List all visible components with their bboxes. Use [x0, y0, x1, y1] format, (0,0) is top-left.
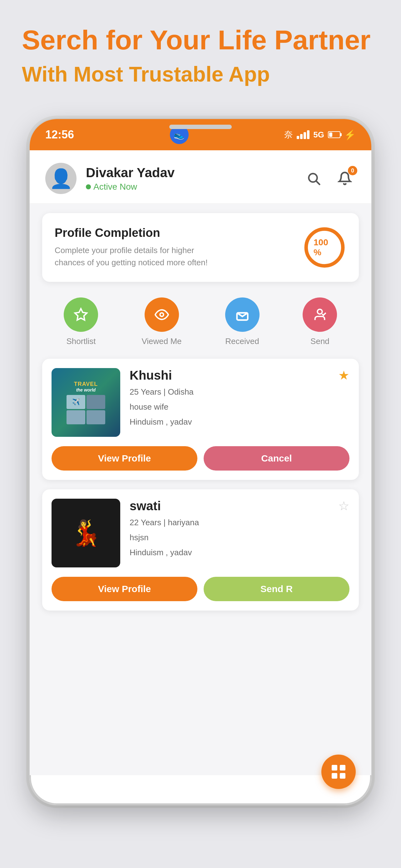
star-khushi[interactable]: ★	[338, 368, 349, 382]
avatar-icon: 👤	[49, 167, 73, 190]
cancel-btn-khushi[interactable]: Cancel	[204, 446, 349, 470]
completion-card-inner: Profile Completion Complete your profile…	[55, 226, 346, 269]
notification-badge: 0	[348, 166, 357, 175]
progress-circle: 100 %	[303, 226, 346, 269]
profile-religion-caste-khushi: Hinduism , yadav	[130, 415, 349, 429]
svg-marker-4	[75, 309, 87, 320]
waffle-grid	[327, 760, 350, 784]
received-label: Received	[225, 337, 259, 346]
completion-text: Profile Completion Complete your profile…	[55, 226, 211, 269]
svg-line-1	[316, 181, 320, 185]
profile-card-inner-khushi: TRAVEL the world ✈️	[52, 368, 349, 437]
waffle-dot	[332, 773, 337, 779]
profile-card-khushi: TRAVEL the world ✈️	[42, 359, 359, 480]
floating-waffle-btn[interactable]	[321, 754, 356, 789]
status-text: Active Now	[93, 182, 137, 192]
profile-occupation-khushi: house wife	[130, 401, 349, 414]
profile-thumb-swati: 💃	[52, 499, 120, 567]
quick-actions: Shortlist Viewed Me	[30, 291, 371, 359]
action-viewed-me[interactable]: Viewed Me	[141, 298, 181, 346]
app-header: 👤 Divakar Yadav Active Now	[30, 150, 371, 204]
profile-actions-swati: View Profile Send R	[52, 577, 349, 601]
network-type: 5G	[313, 130, 324, 140]
profile-age-location-swati: 22 Years | hariyana	[130, 516, 349, 529]
phone-mockup: 12:56 👟 奈 5G ⚡	[29, 118, 372, 806]
profile-details-khushi: Khushi ★ 25 Years | Odisha house wife Hi…	[130, 368, 349, 437]
profile-completion-card: Profile Completion Complete your profile…	[42, 213, 359, 282]
view-profile-btn-khushi[interactable]: View Profile	[52, 446, 197, 470]
view-profile-btn-swati[interactable]: View Profile	[52, 577, 197, 601]
action-send[interactable]: Send	[303, 298, 337, 346]
svg-point-7	[318, 309, 322, 314]
status-bar: 12:56 👟 奈 5G ⚡	[30, 119, 371, 150]
profile-name-khushi: Khushi	[130, 368, 172, 382]
phone-wrapper: 12:56 👟 奈 5G ⚡	[0, 99, 401, 824]
profile-occupation-swati: hsjsn	[130, 531, 349, 544]
search-button[interactable]	[303, 167, 325, 189]
signal-bars	[297, 130, 309, 139]
battery-icon	[328, 131, 340, 138]
svg-point-5	[160, 313, 164, 317]
charge-icon: ⚡	[344, 129, 356, 140]
star-swati[interactable]: ☆	[338, 499, 349, 513]
wifi-icon: 奈	[284, 129, 293, 141]
completion-description: Complete your profile details for higher…	[55, 244, 211, 269]
profile-age-location-khushi: 25 Years | Odisha	[130, 385, 349, 399]
user-info: Divakar Yadav Active Now	[86, 165, 303, 192]
user-name: Divakar Yadav	[86, 165, 303, 180]
progress-text: 100 %	[313, 238, 335, 257]
viewed-circle	[144, 298, 179, 332]
notch	[169, 125, 232, 129]
profile-name-row-khushi: Khushi ★	[130, 368, 349, 382]
notification-button[interactable]: 0	[334, 167, 356, 189]
hero-section: Serch for Your Life Partner With Most Tr…	[0, 0, 401, 99]
online-dot	[86, 184, 91, 189]
send-circle	[303, 298, 337, 332]
profile-actions-khushi: View Profile Cancel	[52, 446, 349, 470]
action-received[interactable]: Received	[225, 298, 260, 346]
profile-card-swati: 💃 swati ☆ 22 Years | hariyana hsjsn Hind…	[42, 489, 359, 611]
shortlist-circle	[64, 298, 98, 332]
user-avatar[interactable]: 👤	[45, 163, 76, 194]
header-actions: 0	[303, 167, 356, 189]
status-time: 12:56	[45, 128, 74, 141]
waffle-dot	[340, 765, 345, 771]
profile-religion-caste-swati: Hinduism , yadav	[130, 546, 349, 559]
profile-name-row-swati: swati ☆	[130, 499, 349, 513]
viewed-label: Viewed Me	[141, 337, 181, 346]
hero-title: Serch for Your Life Partner	[22, 25, 379, 55]
profile-card-inner-swati: 💃 swati ☆ 22 Years | hariyana hsjsn Hind…	[52, 499, 349, 567]
waffle-dot	[340, 773, 345, 779]
completion-title: Profile Completion	[55, 226, 211, 240]
profile-details-swati: swati ☆ 22 Years | hariyana hsjsn Hindui…	[130, 499, 349, 567]
status-icons-group: 奈 5G ⚡	[284, 129, 356, 141]
shortlist-label: Shortlist	[67, 337, 96, 346]
received-circle	[225, 298, 260, 332]
profile-thumb-khushi: TRAVEL the world ✈️	[52, 368, 120, 437]
send-label: Send	[310, 337, 330, 346]
send-btn-swati[interactable]: Send R	[204, 577, 349, 601]
action-shortlist[interactable]: Shortlist	[64, 298, 98, 346]
hero-subtitle: With Most Trustable App	[22, 62, 379, 87]
app-content: 👤 Divakar Yadav Active Now	[30, 150, 371, 775]
profile-name-swati: swati	[130, 499, 161, 513]
waffle-dot	[332, 765, 337, 771]
dancer-figure: 💃	[70, 518, 101, 548]
user-status: Active Now	[86, 182, 303, 192]
